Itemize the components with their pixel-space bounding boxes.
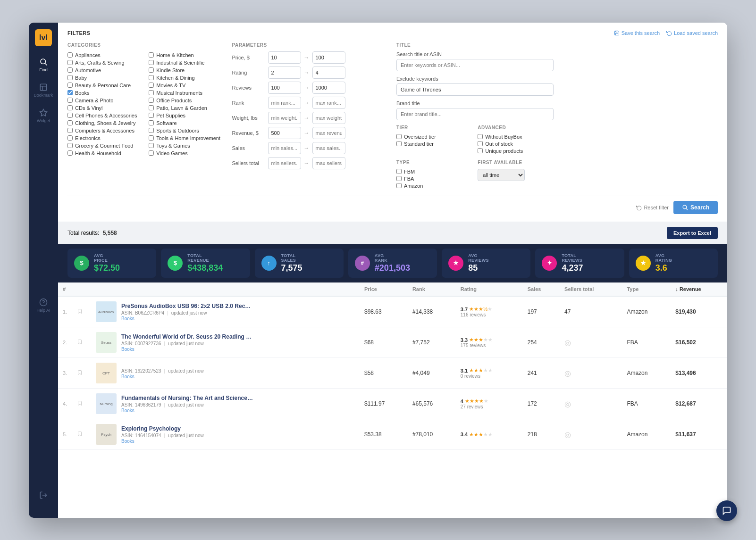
- first-available-select[interactable]: all time last year last 6 months last 3 …: [478, 169, 525, 181]
- col-sales[interactable]: Sales: [523, 282, 560, 296]
- category-movies[interactable]: Movies & TV: [149, 82, 224, 89]
- col-price[interactable]: Price: [360, 282, 408, 296]
- category-patio[interactable]: Patio, Lawn & Garden: [149, 104, 224, 112]
- col-sellers[interactable]: Sellers total: [560, 282, 622, 296]
- search-title-label: Search title or ASIN: [396, 51, 554, 57]
- search-title-input[interactable]: [396, 59, 554, 71]
- category-camera[interactable]: Camera & Photo: [67, 97, 143, 104]
- exclude-keywords-input[interactable]: [396, 83, 554, 96]
- tier-oversized[interactable]: Oversized tier: [396, 134, 472, 140]
- rank-param-row: Rank →: [232, 97, 389, 109]
- category-kitchen[interactable]: Kitchen & Dining: [149, 74, 224, 82]
- category-office[interactable]: Office Products: [149, 97, 224, 104]
- avg-rank-icon: #: [355, 256, 370, 271]
- category-toys[interactable]: Toys & Games: [149, 142, 224, 150]
- type-amazon[interactable]: Amazon: [396, 183, 472, 189]
- category-automotive[interactable]: Automotive: [67, 66, 143, 74]
- revenue-min-input[interactable]: [268, 127, 301, 139]
- row-revenue: $19,430: [671, 296, 727, 327]
- advanced-buybox[interactable]: Without BuyBox: [478, 134, 553, 140]
- sales-max-input[interactable]: [312, 142, 345, 154]
- category-tools[interactable]: Tools & Home Improvement: [149, 134, 224, 142]
- category-arts[interactable]: Arts, Crafts & Sewing: [67, 59, 143, 66]
- bookmark-button[interactable]: [77, 400, 83, 408]
- results-count: 5,558: [103, 230, 117, 236]
- sidebar-item-widget[interactable]: Widget: [32, 105, 55, 127]
- product-title[interactable]: PreSonus AudioBox USB 96: 2x2 USB 2.0 Re…: [121, 303, 253, 309]
- category-sports[interactable]: Sports & Outdoors: [149, 127, 224, 134]
- price-min-input[interactable]: [268, 51, 301, 64]
- sales-min-input[interactable]: [268, 142, 301, 154]
- logout-icon[interactable]: [32, 484, 55, 507]
- bookmark-button[interactable]: [77, 308, 83, 316]
- row-revenue: $16,502: [671, 327, 727, 358]
- sales-param-row: Sales →: [232, 142, 389, 154]
- category-musical[interactable]: Musical Instruments: [149, 89, 224, 97]
- brand-title-input[interactable]: [396, 108, 554, 120]
- product-info: Exploring Psychology ASIN: 1464154074 | …: [121, 425, 204, 444]
- price-max-input[interactable]: [312, 51, 345, 64]
- weight-max-input[interactable]: [312, 112, 345, 124]
- category-health[interactable]: Health & Household: [67, 150, 143, 157]
- sellers-max-input[interactable]: [312, 157, 345, 169]
- reviews-min-input[interactable]: [268, 82, 301, 94]
- type-fbm[interactable]: FBM: [396, 169, 472, 174]
- export-excel-button[interactable]: Export to Excel: [667, 227, 718, 239]
- load-search-button[interactable]: Load saved search: [666, 30, 718, 36]
- category-computers[interactable]: Computers & Accessories: [67, 127, 143, 134]
- weight-min-input[interactable]: [268, 112, 301, 124]
- reviews-max-input[interactable]: [312, 82, 345, 94]
- category-home[interactable]: Home & Kitchen: [149, 51, 224, 59]
- total-reviews-label: TotalReviews: [562, 253, 583, 264]
- category-electronics[interactable]: Electronics: [67, 134, 143, 142]
- product-title[interactable]: Fundamentals of Nursing: The Art and Sci…: [121, 395, 253, 401]
- filters-title: FILTERS: [67, 30, 91, 36]
- category-baby[interactable]: Baby: [67, 74, 143, 82]
- reset-filter-button[interactable]: Reset filter: [636, 205, 669, 210]
- total-revenue-value: $438,834: [187, 263, 223, 273]
- col-revenue[interactable]: ↓ Revenue: [671, 282, 727, 296]
- category-clothing[interactable]: Clothing, Shoes & Jewelry: [67, 119, 143, 127]
- category-books[interactable]: Books: [67, 89, 143, 97]
- sellers-min-input[interactable]: [268, 157, 301, 169]
- sidebar-item-bookmark[interactable]: Bookmark: [32, 79, 55, 102]
- sidebar-item-help[interactable]: Help AI: [32, 294, 55, 317]
- bookmark-button[interactable]: [77, 431, 83, 439]
- revenue-max-input[interactable]: [312, 127, 345, 139]
- type-section: TYPE FBM FBA Amazon: [396, 160, 472, 190]
- total-sales-value: 7,575: [281, 263, 302, 273]
- advanced-outofstock[interactable]: Out of stock: [478, 141, 553, 147]
- rank-max-input[interactable]: [312, 97, 345, 109]
- product-title[interactable]: Exploring Psychology: [121, 425, 204, 432]
- category-grocery[interactable]: Grocery & Gourmet Food: [67, 142, 143, 150]
- category-software[interactable]: Software: [149, 119, 224, 127]
- category-cell[interactable]: Cell Phones & Accessories: [67, 112, 143, 119]
- advanced-unique[interactable]: Unique products: [478, 148, 553, 154]
- type-fba[interactable]: FBA: [396, 176, 472, 182]
- bookmark-button[interactable]: [77, 339, 83, 347]
- col-type[interactable]: Type: [622, 282, 671, 296]
- stat-total-reviews: ✦ TotalReviews 4,237: [535, 249, 624, 278]
- bookmark-button[interactable]: [77, 369, 83, 377]
- svg-rect-2: [40, 84, 47, 91]
- row-product-cell: Nursing Fundamentals of Nursing: The Art…: [91, 389, 360, 419]
- category-appliances[interactable]: Appliances: [67, 51, 143, 59]
- search-button[interactable]: Search: [673, 201, 718, 214]
- stat-total-revenue: $ TotalRevenue $438,834: [161, 249, 250, 278]
- rating-max-input[interactable]: [312, 66, 345, 79]
- category-cds[interactable]: CDs & Vinyl: [67, 104, 143, 112]
- product-title[interactable]: The Wonderful World of Dr. Seuss 20 Read…: [121, 333, 253, 340]
- category-kindle[interactable]: Kindle Store: [149, 66, 224, 74]
- category-video[interactable]: Video Games: [149, 150, 224, 157]
- sidebar-item-find[interactable]: Find: [32, 54, 55, 76]
- category-pet[interactable]: Pet Supplies: [149, 112, 224, 119]
- rating-min-input[interactable]: [268, 66, 301, 79]
- chat-bubble-button[interactable]: [716, 500, 737, 521]
- tier-standard[interactable]: Standard tier: [396, 141, 472, 147]
- col-rank[interactable]: Rank: [408, 282, 456, 296]
- category-industrial[interactable]: Industrial & Scientific: [149, 59, 224, 66]
- rank-min-input[interactable]: [268, 97, 301, 109]
- category-beauty[interactable]: Beauty & Personal Care: [67, 82, 143, 89]
- col-rating[interactable]: Rating: [456, 282, 523, 296]
- save-search-button[interactable]: Save this search: [614, 30, 660, 36]
